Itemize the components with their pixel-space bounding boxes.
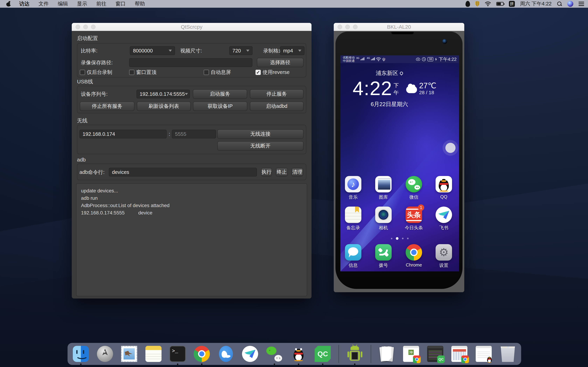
adb-execute-button[interactable]: 执行 (261, 168, 272, 176)
adb-clear-button[interactable]: 清理 (292, 168, 303, 176)
apple-menu-icon[interactable] (6, 1, 11, 7)
notes-app-icon[interactable] (345, 207, 361, 223)
dock-paper-plane-app[interactable] (242, 345, 259, 362)
device-serial-combobox[interactable]: 192.168.0.174:5555 (137, 90, 190, 98)
dock-minimized-chrome-window[interactable]: 坤 (403, 345, 419, 362)
dock-terminal[interactable]: >_ (169, 345, 186, 362)
record-path-input[interactable] (129, 58, 252, 67)
checkbox-box[interactable] (129, 70, 134, 75)
qtscrcpy-titlebar[interactable]: QtScrcpy (72, 23, 311, 31)
checkbox-auto-screen-off[interactable]: 自动息屏 (204, 69, 231, 75)
wireless-connect-button[interactable]: 无线连接 (217, 129, 303, 139)
record-format-combobox[interactable]: mp4 (280, 46, 304, 55)
choose-path-button[interactable]: 选择路径 (257, 58, 303, 67)
notification-center-icon[interactable] (579, 2, 584, 6)
dock-finder[interactable] (72, 345, 89, 362)
dock-mail[interactable] (121, 345, 138, 362)
start-service-button[interactable]: 启动服务 (193, 89, 247, 99)
adb-cmd-input[interactable]: devices (109, 168, 257, 176)
clock-widget[interactable]: 浦东新区 4:22 下午 27℃ 28 / 18 (353, 69, 426, 108)
checkbox-window-on-top[interactable]: 窗口置顶 (129, 69, 156, 75)
app-music[interactable]: 音乐 (341, 176, 365, 200)
battery-icon[interactable] (496, 2, 504, 6)
app-toutiao[interactable]: 头条 1 今日头条 (402, 207, 426, 231)
shield-menubar-icon[interactable] (475, 1, 479, 7)
phone-screen[interactable]: 优酷移动 中国联通 3G 4G (340, 55, 459, 271)
start-adbd-button[interactable]: 启动adbd (250, 101, 303, 111)
stop-service-button[interactable]: 停止服务 (250, 89, 303, 99)
minimize-window-button[interactable] (83, 25, 88, 29)
checkbox-box[interactable] (256, 70, 261, 75)
dock-scrcpy-android[interactable] (346, 345, 363, 362)
get-device-ip-button[interactable]: 获取设备IP (193, 101, 247, 111)
dock-wechat[interactable] (266, 345, 283, 362)
dock-notes[interactable] (145, 345, 162, 362)
assistive-touch-ball[interactable] (445, 143, 456, 153)
wifi-icon[interactable] (485, 1, 491, 6)
menu-file[interactable]: 文件 (34, 0, 53, 7)
camera-app-icon[interactable] (375, 207, 392, 223)
app-wechat[interactable]: 微信 (402, 176, 426, 200)
gallery-app-icon[interactable] (375, 176, 392, 192)
bitrate-combobox[interactable]: 8000000 (130, 46, 175, 55)
stop-all-services-button[interactable]: 停止所有服务 (80, 101, 134, 111)
refresh-device-list-button[interactable]: 刷新设备列表 (137, 101, 191, 111)
app-dialer[interactable]: 拨号 (371, 244, 396, 268)
settings-app-icon[interactable]: ⚙ (436, 244, 452, 261)
app-notes[interactable]: 备忘录 (341, 207, 365, 231)
dock-trash[interactable] (500, 345, 516, 362)
minimize-window-button[interactable] (345, 25, 350, 29)
app-gallery[interactable]: 图库 (371, 176, 396, 200)
app-feishu[interactable]: 飞书 (432, 207, 456, 231)
messages-app-icon[interactable] (345, 244, 361, 261)
siri-icon[interactable] (567, 1, 573, 7)
toutiao-app-icon[interactable]: 头条 1 (406, 207, 422, 223)
menubar-clock[interactable]: 周六 下午4:22 (520, 0, 552, 7)
dock-seal-app[interactable] (217, 345, 234, 362)
close-window-button[interactable] (337, 25, 342, 29)
chrome-app-icon[interactable] (406, 244, 422, 261)
dock-minimized-qtcreator-window[interactable]: QC (427, 345, 444, 362)
menu-help[interactable]: 帮助 (130, 0, 149, 7)
log-output[interactable]: update devices... adb run AdbProcess::ou… (76, 183, 307, 296)
zoom-window-button[interactable] (91, 25, 95, 29)
app-qq[interactable]: QQ (432, 176, 456, 200)
app-chrome[interactable]: Chrome (402, 244, 426, 268)
app-settings[interactable]: ⚙ 设置 (432, 244, 456, 268)
checkbox-box[interactable] (80, 70, 85, 75)
checkbox-use-reverse[interactable]: 使用reverse (256, 69, 290, 75)
qq-menubar-icon[interactable] (466, 1, 470, 7)
menu-edit[interactable]: 编辑 (53, 0, 72, 7)
zoom-window-button[interactable] (353, 25, 357, 29)
menu-window[interactable]: 窗口 (111, 0, 130, 7)
running-indicator (80, 364, 82, 365)
dock-minimized-webpage-window[interactable] (451, 345, 468, 362)
adb-terminate-button[interactable]: 终止 (276, 168, 288, 176)
wireless-disconnect-button[interactable]: 无线断开 (217, 141, 303, 151)
app-camera[interactable]: 相机 (371, 207, 396, 231)
music-app-icon[interactable] (345, 176, 361, 192)
phone-window-titlebar[interactable]: BKL-AL20 (334, 23, 464, 31)
dock-qtcreator[interactable]: QC (314, 345, 331, 362)
dock-minimized-qq-window[interactable] (475, 345, 492, 362)
dock-qq[interactable] (290, 345, 307, 362)
checkbox-background-record[interactable]: 仅后台录制 (80, 69, 112, 75)
video-size-combobox[interactable]: 720 (229, 46, 252, 55)
wireless-ip-input[interactable]: 192.168.0.174 (79, 130, 167, 138)
dialer-app-icon[interactable] (375, 244, 392, 261)
wechat-app-icon[interactable] (406, 176, 422, 192)
dock-documents-stack[interactable] (379, 345, 395, 362)
feishu-app-icon[interactable] (436, 207, 452, 223)
menu-go[interactable]: 前往 (92, 0, 111, 7)
qq-app-icon[interactable] (436, 176, 452, 192)
app-messages[interactable]: 信息 (341, 244, 365, 268)
wireless-port-input[interactable]: 5555 (172, 130, 216, 138)
menu-view[interactable]: 显示 (72, 0, 92, 7)
dock-launchpad[interactable] (97, 345, 113, 362)
menu-app-name[interactable]: 访达 (15, 0, 34, 7)
checkbox-box[interactable] (204, 70, 209, 75)
input-method-icon[interactable]: 拼 (509, 1, 515, 7)
dock-chrome[interactable] (193, 345, 210, 362)
spotlight-search-icon[interactable] (557, 1, 562, 7)
close-window-button[interactable] (76, 25, 80, 29)
